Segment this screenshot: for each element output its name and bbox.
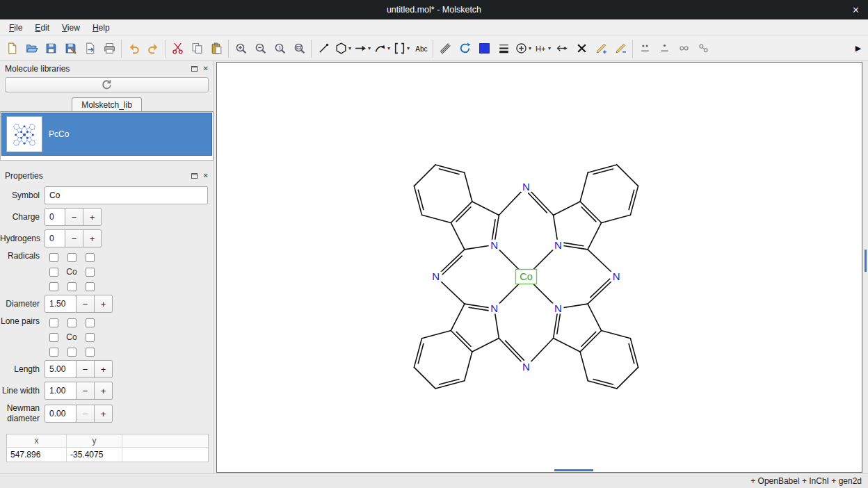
chevron-down-icon[interactable]: ▾	[529, 45, 531, 51]
chevron-down-icon[interactable]: ▾	[407, 45, 410, 51]
toolbar-reaction-arrow-button[interactable]: ▾	[353, 39, 372, 58]
chevron-down-icon[interactable]: ▾	[548, 45, 551, 51]
toolbar-color-button[interactable]	[474, 39, 494, 58]
lone_pairs-checkbox[interactable]	[49, 333, 58, 342]
toolbar-save-as-button[interactable]	[61, 39, 80, 58]
tab-molsketch-lib[interactable]: Molsketch_lib	[72, 97, 142, 111]
radicals-checkbox[interactable]	[49, 253, 58, 262]
nitrogen-atom-label[interactable]: N	[522, 181, 530, 193]
nitrogen-atom-label[interactable]: N	[490, 302, 498, 314]
toolbar-delete-button[interactable]	[572, 39, 591, 58]
toolbar-export-button[interactable]	[80, 39, 99, 58]
prop-hydrogens-input[interactable]	[45, 229, 65, 247]
horizontal-scrollbar[interactable]	[554, 469, 593, 471]
prop-newman_diameter-increment[interactable]: +	[94, 405, 113, 423]
prop-length-decrement[interactable]: −	[76, 360, 95, 378]
prop-line_width-increment[interactable]: +	[94, 382, 113, 400]
chevron-down-icon[interactable]: ▾	[368, 45, 371, 51]
toolbar-save-button[interactable]	[41, 39, 61, 58]
radicals-checkbox[interactable]	[86, 282, 95, 291]
lone_pairs-checkbox[interactable]	[49, 348, 58, 357]
toolbar-zoom-out-button[interactable]	[250, 39, 270, 58]
menu-edit[interactable]: Edit	[29, 21, 56, 35]
toolbar-hash-bond-button[interactable]	[435, 39, 455, 58]
toolbar-overflow-button[interactable]: ▶	[851, 39, 866, 58]
toolbar-zoom-original-button[interactable]: 1	[270, 39, 289, 58]
toolbar-lone-pair-tool-button[interactable]	[635, 39, 654, 58]
toolbar-electron-pair-tool-button[interactable]	[674, 39, 693, 58]
toolbar-new-button[interactable]	[2, 39, 22, 58]
molecule-canvas-svg[interactable]: NNNNNNNNCo	[217, 63, 862, 472]
toolbar-open-button[interactable]	[22, 39, 41, 58]
toolbar-zoom-fit-button[interactable]	[289, 39, 309, 58]
window-close-button[interactable]: ✕	[852, 0, 860, 19]
radicals-checkbox[interactable]	[86, 253, 95, 262]
toolbar-bracket-button[interactable]: ▾	[392, 39, 411, 58]
lone_pairs-checkbox[interactable]	[86, 318, 95, 327]
menu-view[interactable]: View	[56, 21, 86, 35]
prop-diameter-decrement[interactable]: −	[76, 295, 95, 313]
close-panel-icon[interactable]: ✕	[203, 65, 209, 72]
nitrogen-atom-label[interactable]: N	[522, 361, 530, 373]
prop-charge-decrement[interactable]: −	[65, 208, 83, 226]
lone_pairs-checkbox[interactable]	[86, 348, 95, 357]
vertical-scrollbar[interactable]	[865, 250, 867, 272]
prop-line_width-decrement[interactable]: −	[76, 382, 95, 400]
lone_pairs-checkbox[interactable]	[49, 318, 58, 327]
toolbar-charge-button[interactable]: ▾	[513, 39, 533, 58]
prop-newman_diameter-input[interactable]	[45, 405, 77, 423]
toolbar-ring-button[interactable]: ▾	[333, 39, 353, 58]
toolbar-mechanism-arrow-button[interactable]: ▾	[372, 39, 392, 58]
coord-y-value[interactable]: -35.4075	[67, 448, 122, 462]
lone_pairs-checkbox[interactable]	[86, 333, 95, 342]
drawing-canvas[interactable]: NNNNNNNNCo	[216, 62, 862, 473]
prop-newman_diameter-decrement[interactable]: −	[76, 405, 95, 423]
coord-x-value[interactable]: 547.896	[7, 448, 67, 462]
menu-file[interactable]: File	[3, 21, 29, 35]
toolbar-copy-button[interactable]	[187, 39, 207, 58]
close-panel-icon[interactable]: ✕	[203, 172, 209, 179]
nitrogen-atom-label[interactable]: N	[554, 239, 562, 251]
prop-length-increment[interactable]: +	[94, 360, 113, 378]
prop-line_width-input[interactable]	[45, 382, 77, 400]
prop-length-input[interactable]	[45, 360, 77, 378]
radicals-checkbox[interactable]	[67, 282, 77, 291]
toolbar-rotate-button[interactable]	[455, 39, 474, 58]
molecule-drawing[interactable]: NNNNNNNNCo	[414, 165, 638, 389]
prop-charge-increment[interactable]: +	[83, 208, 102, 226]
radicals-checkbox[interactable]	[86, 268, 95, 277]
toolbar-text-button[interactable]: Abc	[411, 39, 431, 58]
nitrogen-atom-label[interactable]: N	[490, 239, 498, 251]
prop-hydrogens-decrement[interactable]: −	[65, 229, 83, 247]
toolbar-hydrogen-button[interactable]: H+▾	[533, 39, 552, 58]
toolbar-connect-button[interactable]	[552, 39, 572, 58]
lone_pairs-checkbox[interactable]	[67, 348, 77, 357]
chevron-down-icon[interactable]: ▾	[387, 45, 390, 51]
toolbar-undo-button[interactable]	[124, 39, 143, 58]
radicals-checkbox[interactable]	[67, 253, 77, 262]
prop-hydrogens-increment[interactable]: +	[83, 229, 102, 247]
toolbar-pen-add-button[interactable]	[591, 39, 611, 58]
prop-diameter-increment[interactable]: +	[94, 295, 113, 313]
toolbar-print-button[interactable]	[99, 39, 119, 58]
radicals-checkbox[interactable]	[49, 282, 58, 291]
nitrogen-atom-label[interactable]: N	[613, 270, 620, 282]
toolbar-draw-button[interactable]	[314, 39, 333, 58]
menu-help[interactable]: Help	[86, 21, 116, 35]
toolbar-paste-button[interactable]	[207, 39, 226, 58]
toolbar-zoom-in-button[interactable]	[231, 39, 250, 58]
lone_pairs-checkbox[interactable]	[67, 318, 77, 327]
undock-panel-icon[interactable]	[191, 173, 198, 179]
toolbar-redo-button[interactable]	[143, 39, 163, 58]
prop-symbol-input[interactable]	[45, 186, 208, 204]
metal-atom-label[interactable]: Co	[520, 271, 533, 282]
prop-diameter-input[interactable]	[45, 295, 77, 313]
nitrogen-atom-label[interactable]: N	[554, 302, 562, 314]
toolbar-line-width-button[interactable]	[494, 39, 513, 58]
library-refresh-button[interactable]	[5, 77, 209, 92]
radicals-checkbox[interactable]	[49, 268, 58, 277]
toolbar-group-tool-button[interactable]	[693, 39, 713, 58]
toolbar-cut-button[interactable]	[168, 39, 187, 58]
prop-charge-input[interactable]	[45, 208, 65, 226]
chevron-down-icon[interactable]: ▾	[348, 45, 351, 51]
